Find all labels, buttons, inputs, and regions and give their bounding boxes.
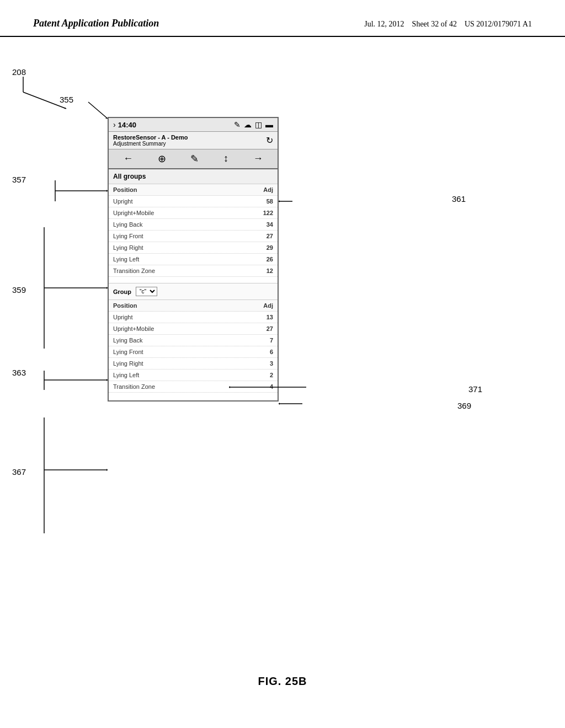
lying-left-label-1: Lying Left <box>113 256 139 263</box>
figure-label: FIG. 25B <box>258 675 307 688</box>
lying-front-value-2: 6 <box>270 349 273 355</box>
lying-right-label-1: Lying Right <box>113 244 143 251</box>
transition-zone-label-1: Transition Zone <box>113 267 155 274</box>
label-355: 355 <box>60 95 73 104</box>
spacer <box>109 277 278 283</box>
label-371: 371 <box>468 384 482 394</box>
list-item: Transition Zone 12 <box>109 265 278 277</box>
list-item: Lying Front 27 <box>109 231 278 242</box>
patent-header: Patent Application Publication Jul. 12, … <box>0 0 565 37</box>
upright-label-1: Upright <box>113 198 132 205</box>
upright-mobile-value-1: 122 <box>263 210 273 216</box>
label-359: 359 <box>12 285 26 295</box>
upright-value-2: 13 <box>266 314 273 320</box>
upright-value-1: 58 <box>266 198 273 205</box>
add-button[interactable]: ⊕ <box>158 153 166 165</box>
lying-right-value-2: 3 <box>270 360 273 367</box>
patent-number: US 2012/0179071 A1 <box>465 20 532 28</box>
lying-back-label-1: Lying Back <box>113 221 142 228</box>
back-button[interactable]: ← <box>123 153 133 165</box>
patent-date: Jul. 12, 2012 <box>364 20 404 28</box>
toolbar: ← ⊕ ✎ ↕ → <box>109 149 278 169</box>
forward-button[interactable]: → <box>253 153 263 165</box>
section1-position-row: Position Adj <box>109 184 278 196</box>
bottom-spacer <box>109 393 278 400</box>
svg-marker-22 <box>106 469 108 471</box>
status-bar: › 14:40 ✎ ☁ ◫ ▬ <box>109 118 278 132</box>
lying-right-value-1: 29 <box>266 244 273 251</box>
list-item: Lying Left 26 <box>109 254 278 265</box>
transition-zone-value-1: 12 <box>266 267 273 274</box>
battery-icon: ▬ <box>265 120 273 129</box>
edit-button[interactable]: ✎ <box>190 153 199 165</box>
edit-icon: ✎ <box>234 120 241 129</box>
main-content: 208 355 357 359 361 363 367 369 371 › 14… <box>0 37 565 721</box>
lying-right-label-2: Lying Right <box>113 360 143 367</box>
svg-line-3 <box>88 102 108 119</box>
svg-marker-2 <box>64 108 66 109</box>
app-header: RestoreSensor - A - Demo Adjustment Summ… <box>109 132 278 149</box>
upright-label-2: Upright <box>113 314 132 320</box>
list-item: Lying Back 7 <box>109 335 278 346</box>
section2-position-row: Position Adj <box>109 300 278 312</box>
label-363: 363 <box>12 368 26 377</box>
patent-meta: Jul. 12, 2012 Sheet 32 of 42 US 2012/017… <box>364 18 532 30</box>
position-label-2: Position <box>113 302 137 309</box>
lying-left-label-2: Lying Left <box>113 372 139 378</box>
upright-mobile-value-2: 27 <box>266 325 273 332</box>
svg-marker-19 <box>279 403 280 405</box>
app-title-area: RestoreSensor - A - Demo Adjustment Summ… <box>113 134 188 147</box>
lying-front-label-2: Lying Front <box>113 349 143 355</box>
lying-back-value-1: 34 <box>266 221 273 228</box>
adj-value-1: Adj <box>263 186 273 193</box>
nav-arrow-icon: › <box>113 120 116 129</box>
list-item: Lying Left 2 <box>109 370 278 381</box>
label-369: 369 <box>457 401 471 410</box>
list-item: Lying Back 34 <box>109 219 278 231</box>
patent-title: Patent Application Publication <box>33 17 159 30</box>
phone-ui: › 14:40 ✎ ☁ ◫ ▬ RestoreSensor - A - Demo… <box>108 117 279 402</box>
refresh-icon[interactable]: ↻ <box>266 135 273 146</box>
transition-zone-label-2: Transition Zone <box>113 383 155 390</box>
group-select[interactable]: "c" <box>136 287 157 296</box>
list-item: Lying Right 29 <box>109 242 278 254</box>
lying-left-value-1: 26 <box>266 256 273 263</box>
status-icons: ✎ ☁ ◫ ▬ <box>234 120 273 129</box>
list-item: Lying Right 3 <box>109 358 278 370</box>
lying-front-label-1: Lying Front <box>113 233 143 239</box>
section1-header: All groups <box>109 169 278 184</box>
upright-mobile-label-1: Upright+Mobile <box>113 210 154 216</box>
transition-zone-value-2: 4 <box>270 383 273 390</box>
lying-back-value-2: 7 <box>270 337 273 344</box>
label-357: 357 <box>12 175 26 184</box>
lying-left-value-2: 2 <box>270 372 273 378</box>
cloud-icon: ☁ <box>244 120 252 129</box>
lying-back-label-2: Lying Back <box>113 337 142 344</box>
label-208: 208 <box>12 67 26 77</box>
signal-icon: ◫ <box>255 120 262 129</box>
status-time: 14:40 <box>118 121 136 129</box>
list-item: Upright+Mobile 122 <box>109 207 278 219</box>
list-item: Upright 58 <box>109 196 278 207</box>
list-item: Upright 13 <box>109 312 278 323</box>
list-item: Lying Front 6 <box>109 346 278 358</box>
position-label-1: Position <box>113 186 137 193</box>
list-item: Upright+Mobile 27 <box>109 323 278 335</box>
label-367: 367 <box>12 467 26 477</box>
label-361: 361 <box>452 194 466 204</box>
group-label: Group <box>113 288 131 295</box>
patent-sheet: Sheet 32 of 42 <box>412 20 457 28</box>
annotation-arrows <box>0 37 565 721</box>
sort-button[interactable]: ↕ <box>223 153 228 165</box>
svg-marker-12 <box>279 200 280 202</box>
app-title: RestoreSensor - A - Demo <box>113 134 188 141</box>
app-subtitle: Adjustment Summary <box>113 141 188 147</box>
group-row: Group "c" <box>109 283 278 300</box>
status-left: › 14:40 <box>113 120 136 129</box>
content-area: All groups Position Adj Upright 58 Uprig… <box>109 169 278 400</box>
upright-mobile-label-2: Upright+Mobile <box>113 325 154 332</box>
adj-value-2: Adj <box>263 302 273 309</box>
list-item: Transition Zone 4 <box>109 381 278 393</box>
lying-front-value-1: 27 <box>266 233 273 239</box>
